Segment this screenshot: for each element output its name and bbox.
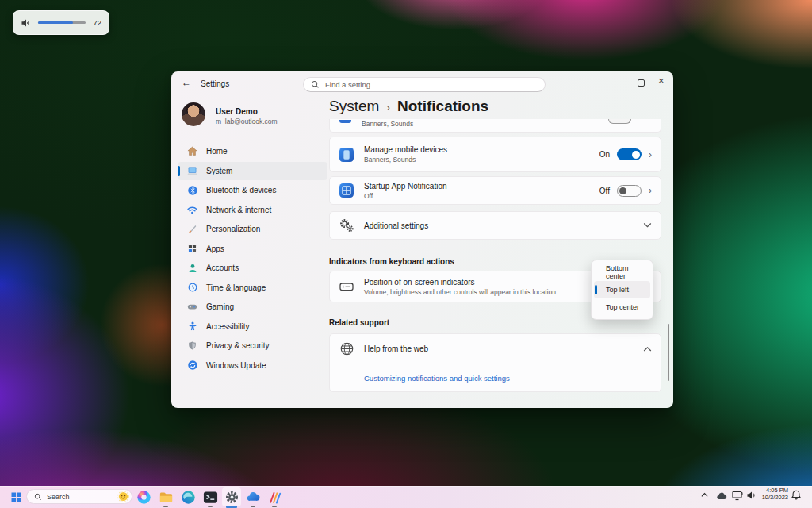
sidebar-item-time-language[interactable]: Time & language xyxy=(178,279,327,297)
toggle-knob xyxy=(632,151,640,159)
sidebar-item-privacy[interactable]: Privacy & security xyxy=(178,337,327,355)
sidebar-item-accessibility[interactable]: Accessibility xyxy=(178,318,327,336)
partial-toggle[interactable] xyxy=(608,119,631,124)
sidebar-item-bluetooth[interactable]: Bluetooth & devices xyxy=(178,181,327,199)
maximize-button[interactable] xyxy=(638,79,645,87)
sidebar-item-apps[interactable]: Apps xyxy=(178,240,327,258)
sidebar-item-label: Privacy & security xyxy=(206,341,269,350)
copilot-button[interactable] xyxy=(134,487,153,506)
running-indicator xyxy=(251,506,255,507)
sidebar-item-label: Apps xyxy=(206,244,224,253)
settings-app-button[interactable] xyxy=(222,487,241,506)
edge-button[interactable] xyxy=(178,487,197,506)
brush-strokes-icon xyxy=(267,490,282,505)
onedrive-cloud-icon xyxy=(246,490,261,505)
tray-notifications[interactable] xyxy=(791,490,801,500)
brush-icon xyxy=(186,223,198,235)
settings-window: ← Settings × User Demo m_lab@outlook.com… xyxy=(171,71,673,408)
tray-clock[interactable]: 4:05 PM 10/3/2023 xyxy=(753,487,788,501)
sidebar-item-windows-update[interactable]: Windows Update xyxy=(178,356,327,375)
dropdown-option-top-left[interactable]: Top left xyxy=(594,281,650,298)
home-icon xyxy=(186,145,198,157)
help-from-web-row[interactable]: Help from the web xyxy=(330,334,661,364)
avatar[interactable] xyxy=(182,102,205,126)
toggle-state-label: On xyxy=(599,150,610,159)
sidebar-item-gaming[interactable]: Gaming xyxy=(178,298,327,316)
onedrive-button[interactable] xyxy=(243,487,262,506)
osd-indicator-icon xyxy=(339,279,354,294)
terminal-icon xyxy=(203,490,218,505)
sidebar-item-label: Accessibility xyxy=(206,322,249,331)
startup-app-toggle[interactable] xyxy=(617,185,642,197)
apps-icon xyxy=(186,243,198,255)
shield-icon xyxy=(186,340,198,352)
sidebar-item-system[interactable]: System xyxy=(178,162,327,180)
sidebar-item-network[interactable]: Network & internet xyxy=(178,201,327,219)
sidebar-item-personalization[interactable]: Personalization xyxy=(178,220,327,238)
tray-onedrive[interactable] xyxy=(716,491,727,500)
partial-app-icon xyxy=(339,120,351,123)
partial-row-subtitle: Banners, Sounds xyxy=(362,120,413,128)
tray-chevron-up[interactable] xyxy=(701,492,708,498)
breadcrumb-system[interactable]: System xyxy=(329,98,379,115)
settings-row-additional-settings[interactable]: Additional settings xyxy=(329,211,661,240)
page-title: Notifications xyxy=(397,98,488,115)
position-dropdown-menu: Bottom center Top left Top center xyxy=(591,260,653,320)
terminal-button[interactable] xyxy=(201,487,220,506)
minimize-button[interactable] xyxy=(615,83,622,83)
toggle-knob xyxy=(619,187,626,194)
running-indicator xyxy=(163,506,168,507)
active-app-indicator xyxy=(226,506,237,508)
sidebar-item-label: Personalization xyxy=(206,225,260,233)
clock-icon xyxy=(186,282,198,294)
scrollbar[interactable] xyxy=(668,324,669,381)
user-email: m_lab@outlook.com xyxy=(216,117,278,125)
taskbar-search-box[interactable]: Search xyxy=(26,489,132,504)
help-link-customizing-notifications[interactable]: Customizing notifications and quick sett… xyxy=(364,374,510,383)
person-icon xyxy=(186,262,198,274)
volume-slider[interactable] xyxy=(38,21,86,24)
manage-mobile-toggle[interactable] xyxy=(617,148,642,160)
network-monitor-icon xyxy=(732,491,743,501)
help-card: Help from the web Customizing notificati… xyxy=(329,333,661,392)
sidebar-item-label: Gaming xyxy=(206,302,234,311)
sidebar-item-accounts[interactable]: Accounts xyxy=(178,259,327,277)
tray-network[interactable] xyxy=(732,491,743,501)
back-button[interactable]: ← xyxy=(182,77,191,88)
settings-row-startup-app-notification[interactable]: Startup App Notification Off Off › xyxy=(329,176,661,205)
sidebar-nav: Home System Bluetooth & devices Network … xyxy=(178,142,327,375)
start-button[interactable] xyxy=(6,487,25,506)
settings-search-box[interactable] xyxy=(303,77,546,92)
file-explorer-button[interactable] xyxy=(156,487,175,506)
taskbar-search-label: Search xyxy=(47,493,110,501)
sidebar-item-home[interactable]: Home xyxy=(178,142,327,160)
chevron-up-icon xyxy=(643,346,652,352)
desktop-wallpaper: 72 ← Settings × User Demo m_lab@outlook.… xyxy=(0,0,812,508)
close-button[interactable]: × xyxy=(658,75,665,87)
row-title: Manage mobile devices xyxy=(364,145,599,154)
gear-icon xyxy=(224,490,239,505)
cloud-icon xyxy=(716,491,727,500)
dropdown-option-top-center[interactable]: Top center xyxy=(594,298,650,316)
bell-icon xyxy=(791,490,801,500)
search-icon xyxy=(311,80,320,89)
sidebar-item-label: Windows Update xyxy=(206,361,266,370)
wifi-icon xyxy=(186,204,198,216)
copilot-icon xyxy=(136,490,151,505)
settings-search-input[interactable] xyxy=(325,80,545,89)
sidebar-item-label: System xyxy=(206,167,232,175)
breadcrumb: System › Notifications xyxy=(329,98,488,115)
settings-row-manage-mobile-devices[interactable]: Manage mobile devices Banners, Sounds On… xyxy=(329,137,661,172)
breadcrumb-separator-icon: › xyxy=(386,99,390,114)
paint-strokes-app-button[interactable] xyxy=(265,487,284,506)
globe-icon xyxy=(339,341,354,357)
startup-app-icon xyxy=(339,183,354,198)
dropdown-option-bottom-center[interactable]: Bottom center xyxy=(594,264,650,281)
sidebar-item-label: Bluetooth & devices xyxy=(206,186,276,194)
chevron-right-icon: › xyxy=(649,149,652,160)
section-header-related-support: Related support xyxy=(329,318,389,327)
chevron-down-icon xyxy=(643,222,652,229)
section-header-keyboard-indicators: Indicators from keyboard actions xyxy=(329,257,454,266)
folder-icon xyxy=(159,490,174,505)
settings-row-partial[interactable]: Banners, Sounds xyxy=(329,119,661,133)
